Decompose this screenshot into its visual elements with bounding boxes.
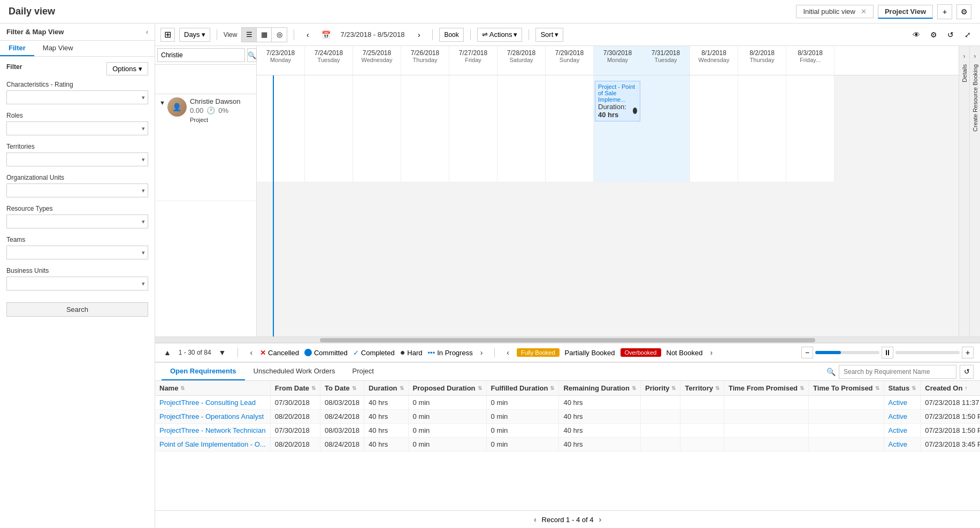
committed-label: Committed	[314, 349, 348, 357]
zoom-in-button[interactable]: +	[962, 347, 974, 358]
list-view-button[interactable]: ☰	[242, 28, 257, 42]
requirement-search-input[interactable]	[839, 365, 956, 379]
col-remaining-duration[interactable]: Remaining Duration ⇅	[559, 381, 641, 396]
cell-duration: 40 hrs	[364, 438, 408, 452]
cell-name[interactable]: ProjectThree - Operations Analyst	[155, 410, 270, 424]
pagination-info: Record 1 - 4 of 4	[542, 516, 594, 524]
col-duration[interactable]: Duration ⇅	[364, 381, 408, 396]
col-proposed-duration[interactable]: Proposed Duration ⇅	[408, 381, 486, 396]
visibility-icon[interactable]: 👁	[909, 28, 923, 42]
cell-status[interactable]: Active	[884, 396, 921, 410]
zoom-out-button[interactable]: −	[801, 347, 813, 358]
resource-search-button[interactable]: 🔍	[247, 48, 257, 62]
add-tab-button[interactable]: +	[937, 4, 952, 19]
col-fulfilled-duration[interactable]: Fulfilled Duration ⇅	[486, 381, 559, 396]
roles-select[interactable]	[6, 121, 148, 135]
cell-status[interactable]: Active	[884, 438, 921, 452]
pause-button[interactable]: ⏸	[882, 347, 893, 358]
resource-search-input[interactable]	[157, 48, 245, 62]
refresh-icon[interactable]: ↺	[944, 28, 958, 42]
teams-select[interactable]	[6, 246, 148, 259]
col-priority[interactable]: Priority ⇅	[640, 381, 680, 396]
fullscreen-icon[interactable]: ⤢	[961, 28, 975, 42]
col-status[interactable]: Status ⇅	[884, 381, 921, 396]
resource-utilization: 0%	[218, 106, 228, 114]
tab-initial-public-view[interactable]: Initial public view ✕	[796, 5, 874, 18]
prev-booking-button[interactable]: ‹	[504, 347, 511, 358]
cell-name[interactable]: ProjectThree - Network Technician	[155, 424, 270, 438]
next-booking-button[interactable]: ›	[708, 347, 715, 358]
org-units-select[interactable]	[6, 183, 148, 197]
clock-icon: 🕐	[206, 106, 215, 114]
zoom-bar[interactable]	[815, 351, 879, 354]
filter-territories: Territories	[6, 143, 148, 166]
prev-nav-button[interactable]: ‹	[248, 347, 255, 358]
settings-button[interactable]: ⚙	[956, 4, 971, 19]
cell-name[interactable]: Point of Sale Implementation - O...	[155, 438, 270, 452]
business-units-select[interactable]	[6, 277, 148, 290]
sort-button[interactable]: Sort ▾	[535, 28, 563, 42]
days-button[interactable]: Days ▾	[179, 28, 210, 42]
hard-bullet-icon: ●	[400, 348, 405, 357]
territories-select[interactable]	[6, 152, 148, 166]
sidebar-tab-filter[interactable]: Filter	[0, 41, 34, 56]
col-time-to-promised[interactable]: Time To Promised ⇅	[809, 381, 884, 396]
tab-project-view[interactable]: Project View	[878, 5, 933, 19]
cell-created-on: 07/23/2018 11:37 AM	[921, 396, 980, 410]
cell-time-from-promised	[724, 438, 808, 452]
characteristics-select[interactable]	[6, 90, 148, 104]
actions-button[interactable]: ⇌ Actions ▾	[477, 28, 523, 42]
pagination-next-button[interactable]: ›	[598, 514, 602, 525]
tab-unscheduled-work-orders[interactable]: Unscheduled Work Orders	[245, 363, 344, 380]
cell-name[interactable]: ProjectThree - Consulting Lead	[155, 396, 270, 410]
col-created-on[interactable]: Created On ↑	[921, 381, 980, 396]
req-refresh-button[interactable]: ↺	[960, 365, 974, 379]
options-button[interactable]: Options ▾	[106, 62, 148, 75]
view-toggle-group: ☰ ▦ ◎	[241, 27, 287, 42]
resource-types-select[interactable]	[6, 215, 148, 228]
col-from-date[interactable]: From Date ⇅	[270, 381, 320, 396]
org-units-label: Organizational Units	[6, 174, 148, 181]
calendar-icon[interactable]: 📅	[319, 28, 333, 42]
collapse-arrow-icon[interactable]: ▼	[159, 100, 165, 106]
date-col-8: 7/31/2018 Tuesday	[642, 46, 690, 75]
right-sidebar-toggle[interactable]: › Details	[959, 46, 969, 336]
create-resource-booking-toggle[interactable]: › Create Resource Booking	[969, 46, 980, 336]
col-name[interactable]: Name ⇅	[155, 381, 270, 396]
next-page-button[interactable]: ▼	[217, 347, 228, 358]
prev-date-button[interactable]: ‹	[301, 28, 315, 42]
col-time-from-promised[interactable]: Time From Promised ⇅	[724, 381, 808, 396]
next-nav-button[interactable]: ›	[478, 347, 485, 358]
zoom-slider[interactable]	[895, 351, 960, 354]
chart-view-button[interactable]: ◎	[272, 28, 287, 42]
settings-gear-icon[interactable]: ⚙	[927, 28, 940, 42]
col-territory[interactable]: Territory ⇅	[680, 381, 724, 396]
collapse-right-icon[interactable]: ›	[963, 52, 966, 60]
sidebar-collapse-button[interactable]: ‹	[146, 28, 148, 36]
book-button[interactable]: Book	[439, 28, 463, 42]
territories-select-wrapper	[6, 152, 148, 166]
requirements-panel: Open Requirements Unscheduled Work Order…	[155, 362, 980, 528]
booking-block[interactable]: Project - Point of Sale Impleme... Durat…	[595, 81, 640, 121]
col-to-date[interactable]: To Date ⇅	[320, 381, 364, 396]
grid-view-button[interactable]: ▦	[257, 28, 272, 42]
characteristics-select-wrapper	[6, 90, 148, 104]
next-date-button[interactable]: ›	[412, 28, 426, 42]
prev-page-button[interactable]: ▲	[162, 347, 173, 358]
cell-duration: 40 hrs	[364, 410, 408, 424]
legend-sep-1	[238, 348, 238, 357]
cell-to-date: 08/03/2018	[320, 396, 364, 410]
tab-open-requirements[interactable]: Open Requirements	[162, 363, 245, 380]
cell-status[interactable]: Active	[884, 424, 921, 438]
search-button[interactable]: Search	[6, 302, 148, 317]
tab-project[interactable]: Project	[343, 363, 382, 380]
grid-layout-button[interactable]: ⊞	[160, 28, 175, 42]
cell-status[interactable]: Active	[884, 410, 921, 424]
collapse-create-icon[interactable]: ›	[974, 52, 976, 60]
pagination-prev-button[interactable]: ‹	[533, 514, 538, 525]
horizontal-scrollbar[interactable]	[155, 336, 980, 343]
sidebar-tab-mapview[interactable]: Map View	[34, 41, 82, 56]
tab-close-icon[interactable]: ✕	[861, 7, 867, 16]
cell-territory	[680, 396, 724, 410]
filter-resource-types: Resource Types	[6, 205, 148, 228]
